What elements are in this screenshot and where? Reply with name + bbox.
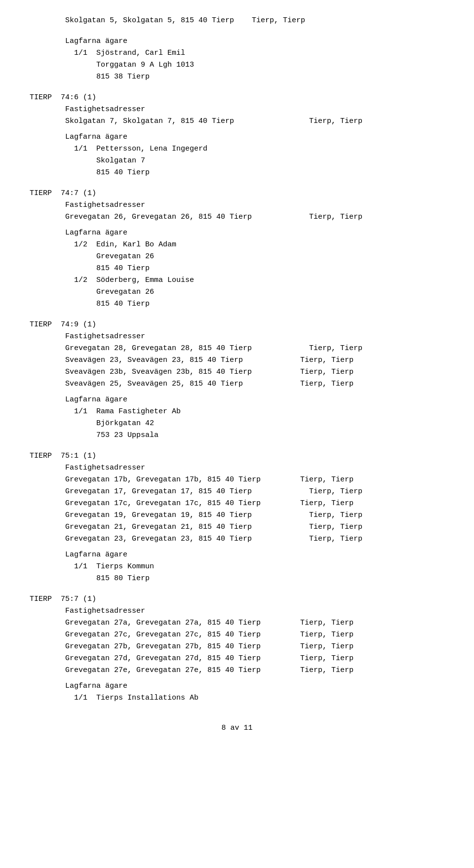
- tierp-75-7-section: TIERP 75:7 (1) Fastighetsadresser Greveg…: [30, 593, 444, 704]
- owner-75-1-addr1: 815 80 Tierp: [30, 573, 444, 585]
- fastighetsadresser-75-7-row5: Grevegatan 27e, Grevegatan 27e, 815 40 T…: [30, 665, 444, 676]
- addr-75-1-5-left: Grevegatan 21, Grevegatan 21, 815 40 Tie…: [30, 521, 291, 533]
- owner-1-addr1: Torggatan 9 A Lgh 1013: [30, 59, 444, 71]
- owner-75-1-share-name: 1/1 Tierps Kommun: [30, 561, 444, 573]
- lagfarna-header-1: Lagfarna ägare: [30, 36, 444, 47]
- owner-74-6-share-name: 1/1 Pettersson, Lena Ingegerd: [30, 143, 444, 155]
- owner-74-7-2-addr2: 815 40 Tierp: [30, 298, 444, 310]
- fastighetsadresser-75-1-label: Fastighetsadresser: [30, 462, 444, 474]
- tierp-74-6-header: TIERP 74:6 (1): [30, 92, 444, 104]
- addr-74-9-2-left: Sveavägen 23, Sveavägen 23, 815 40 Tierp: [30, 355, 291, 366]
- owner-75-7-share-name: 1/1 Tierps Installations Ab: [30, 692, 444, 704]
- addr-74-9-4-left: Sveavägen 25, Sveavägen 25, 815 40 Tierp: [30, 378, 291, 390]
- addr-75-7-2-right: Tierp, Tierp: [291, 629, 354, 641]
- addr-74-9-1-right: Tierp, Tierp: [291, 343, 362, 355]
- page-number: 8 av 11: [221, 724, 252, 732]
- owner-74-9-addr1: Björkgatan 42: [30, 418, 444, 430]
- owner-1-name: 1/1 Sjöstrand, Carl Emil: [30, 47, 444, 59]
- owner-74-9-addr2: 753 23 Uppsala: [30, 430, 444, 441]
- addr-74-6-right: Tierp, Tierp: [291, 116, 362, 127]
- fastighetsadresser-75-7-row2: Grevegatan 27c, Grevegatan 27c, 815 40 T…: [30, 629, 444, 641]
- fastighetsadresser-74-9-label: Fastighetsadresser: [30, 331, 444, 343]
- tierp-74-9-header: TIERP 74:9 (1): [30, 319, 444, 331]
- lagfarna-header-75-7: Lagfarna ägare: [30, 680, 444, 692]
- tierp-75-1-header: TIERP 75:1 (1): [30, 450, 444, 462]
- fastighetsadresser-74-6-label: Fastighetsadresser: [30, 104, 444, 116]
- fastighetsadresser-74-7-row1: Grevegatan 26, Grevegatan 26, 815 40 Tie…: [30, 211, 444, 223]
- addr-75-1-1-left: Grevegatan 17b, Grevegatan 17b, 815 40 T…: [30, 474, 291, 486]
- tierp-74-7-section: TIERP 74:7 (1) Fastighetsadresser Greveg…: [30, 188, 444, 310]
- addr-74-6-left: Skolgatan 7, Skolgatan 7, 815 40 Tierp: [30, 116, 291, 127]
- addr-75-7-3-right: Tierp, Tierp: [291, 641, 354, 653]
- owner-74-7-2-addr1: Grevegatan 26: [30, 286, 444, 298]
- addr-75-7-1-right: Tierp, Tierp: [291, 617, 354, 629]
- lagfarna-header-74-7: Lagfarna ägare: [30, 227, 444, 239]
- addr-75-7-3-left: Grevegatan 27b, Grevegatan 27b, 815 40 T…: [30, 641, 291, 653]
- addr-75-1-3-left: Grevegatan 17c, Grevegatan 17c, 815 40 T…: [30, 498, 291, 510]
- addr-74-9-3-left: Sveavägen 23b, Sveavägen 23b, 815 40 Tie…: [30, 366, 291, 378]
- owner-74-7-1-addr2: 815 40 Tierp: [30, 263, 444, 275]
- addr-75-1-4-right: Tierp, Tierp: [291, 510, 362, 521]
- addr-74-9-3-right: Tierp, Tierp: [291, 366, 354, 378]
- tierp-74-7-header: TIERP 74:7 (1): [30, 188, 444, 199]
- page-content: Skolgatan 5, Skolgatan 5, 815 40 Tierp T…: [30, 15, 444, 732]
- addr-75-7-4-right: Tierp, Tierp: [291, 653, 354, 665]
- fastighetsadresser-74-7-label: Fastighetsadresser: [30, 199, 444, 211]
- tierp-75-1-section: TIERP 75:1 (1) Fastighetsadresser Greveg…: [30, 450, 444, 585]
- addr-75-7-4-left: Grevegatan 27d, Grevegatan 27d, 815 40 T…: [30, 653, 291, 665]
- fastighetsadresser-75-1-row6: Grevegatan 23, Grevegatan 23, 815 40 Tie…: [30, 533, 444, 545]
- fastighetsadresser-75-1-row4: Grevegatan 19, Grevegatan 19, 815 40 Tie…: [30, 510, 444, 521]
- addr-75-1-6-left: Grevegatan 23, Grevegatan 23, 815 40 Tie…: [30, 533, 291, 545]
- fastighetsadresser-74-9-row2: Sveavägen 23, Sveavägen 23, 815 40 Tierp…: [30, 355, 444, 366]
- addr-74-9-1-left: Grevegatan 28, Grevegatan 28, 815 40 Tie…: [30, 343, 291, 355]
- owner-74-6-addr2: 815 40 Tierp: [30, 167, 444, 179]
- owner-74-9-share-name: 1/1 Rama Fastigheter Ab: [30, 406, 444, 418]
- addr-74-9-4-right: Tierp, Tierp: [291, 378, 354, 390]
- fastighetsadresser-75-1-row1: Grevegatan 17b, Grevegatan 17b, 815 40 T…: [30, 474, 444, 486]
- page-footer: 8 av 11: [30, 724, 444, 732]
- fastighetsadresser-75-7-row3: Grevegatan 27b, Grevegatan 27b, 815 40 T…: [30, 641, 444, 653]
- intro-section: Skolgatan 5, Skolgatan 5, 815 40 Tierp T…: [30, 15, 444, 27]
- addr-75-1-1-right: Tierp, Tierp: [291, 474, 354, 486]
- tierp-75-7-header: TIERP 75:7 (1): [30, 593, 444, 605]
- addr-75-1-6-right: Tierp, Tierp: [291, 533, 362, 545]
- lagfarna-header-75-1: Lagfarna ägare: [30, 549, 444, 561]
- addr-74-9-2-right: Tierp, Tierp: [291, 355, 354, 366]
- owner-74-7-2-share-name: 1/2 Söderberg, Emma Louise: [30, 275, 444, 286]
- fastighetsadresser-75-7-label: Fastighetsadresser: [30, 605, 444, 617]
- fastighetsadresser-74-6-row1: Skolgatan 7, Skolgatan 7, 815 40 Tierp T…: [30, 116, 444, 127]
- addr-75-1-2-left: Grevegatan 17, Grevegatan 17, 815 40 Tie…: [30, 486, 291, 498]
- addr-75-7-1-left: Grevegatan 27a, Grevegatan 27a, 815 40 T…: [30, 617, 291, 629]
- fastighetsadresser-74-9-row1: Grevegatan 28, Grevegatan 28, 815 40 Tie…: [30, 343, 444, 355]
- owner-74-7-1-share-name: 1/2 Edin, Karl Bo Adam: [30, 239, 444, 251]
- addr-75-1-2-right: Tierp, Tierp: [291, 486, 362, 498]
- lagfarna-agare-1-section: Lagfarna ägare 1/1 Sjöstrand, Carl Emil …: [30, 36, 444, 83]
- addr-74-7-left: Grevegatan 26, Grevegatan 26, 815 40 Tie…: [30, 211, 291, 223]
- owner-74-7-1-addr1: Grevegatan 26: [30, 251, 444, 263]
- addr-75-7-5-left: Grevegatan 27e, Grevegatan 27e, 815 40 T…: [30, 665, 291, 676]
- tierp-74-6-section: TIERP 74:6 (1) Fastighetsadresser Skolga…: [30, 92, 444, 179]
- lagfarna-header-74-9: Lagfarna ägare: [30, 394, 444, 406]
- lagfarna-header-74-6: Lagfarna ägare: [30, 131, 444, 143]
- addr-75-1-5-right: Tierp, Tierp: [291, 521, 362, 533]
- tierp-74-9-section: TIERP 74:9 (1) Fastighetsadresser Greveg…: [30, 319, 444, 441]
- fastighetsadresser-74-9-row4: Sveavägen 25, Sveavägen 25, 815 40 Tierp…: [30, 378, 444, 390]
- addr-75-1-3-right: Tierp, Tierp: [291, 498, 354, 510]
- addr-75-1-4-left: Grevegatan 19, Grevegatan 19, 815 40 Tie…: [30, 510, 291, 521]
- addr-75-7-5-right: Tierp, Tierp: [291, 665, 354, 676]
- addr-75-7-2-left: Grevegatan 27c, Grevegatan 27c, 815 40 T…: [30, 629, 291, 641]
- fastighetsadresser-75-7-row1: Grevegatan 27a, Grevegatan 27a, 815 40 T…: [30, 617, 444, 629]
- fastighetsadresser-75-7-row4: Grevegatan 27d, Grevegatan 27d, 815 40 T…: [30, 653, 444, 665]
- fastighetsadresser-75-1-row5: Grevegatan 21, Grevegatan 21, 815 40 Tie…: [30, 521, 444, 533]
- fastighetsadresser-75-1-row3: Grevegatan 17c, Grevegatan 17c, 815 40 T…: [30, 498, 444, 510]
- addr-74-7-right: Tierp, Tierp: [291, 211, 362, 223]
- owner-1-addr2: 815 38 Tierp: [30, 71, 444, 83]
- owner-74-6-addr1: Skolgatan 7: [30, 155, 444, 167]
- fastighetsadresser-74-9-row3: Sveavägen 23b, Sveavägen 23b, 815 40 Tie…: [30, 366, 444, 378]
- fastighetsadresser-75-1-row2: Grevegatan 17, Grevegatan 17, 815 40 Tie…: [30, 486, 444, 498]
- skolgatan5-line: Skolgatan 5, Skolgatan 5, 815 40 Tierp T…: [30, 15, 444, 27]
